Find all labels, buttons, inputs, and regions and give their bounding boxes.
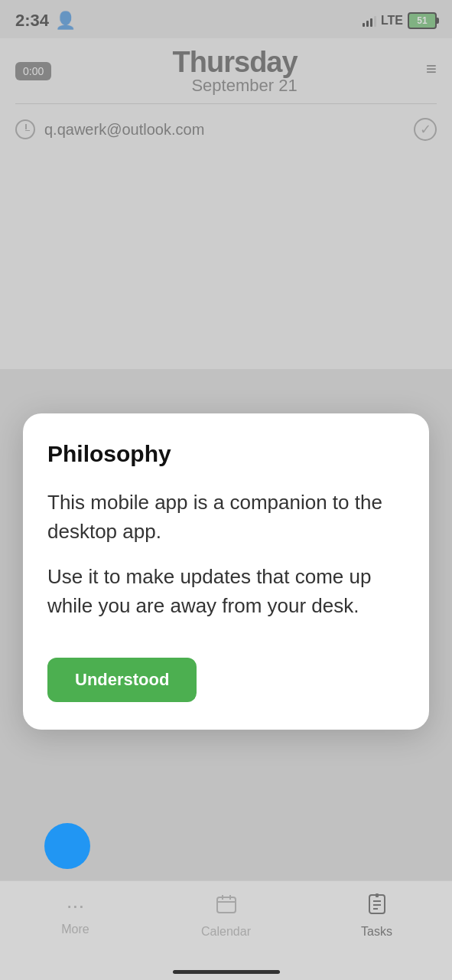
modal-paragraph-2: Use it to make updates that come up whil…	[47, 563, 405, 620]
blue-circle	[44, 823, 90, 869]
modal-title: Philosophy	[47, 441, 405, 467]
modal-body: This mobile app is a companion to the de…	[47, 488, 405, 621]
understood-button[interactable]: Understood	[47, 658, 197, 702]
modal-card: Philosophy This mobile app is a companio…	[23, 413, 429, 730]
modal-paragraph-1: This mobile app is a companion to the de…	[47, 488, 405, 546]
home-indicator	[173, 970, 280, 974]
